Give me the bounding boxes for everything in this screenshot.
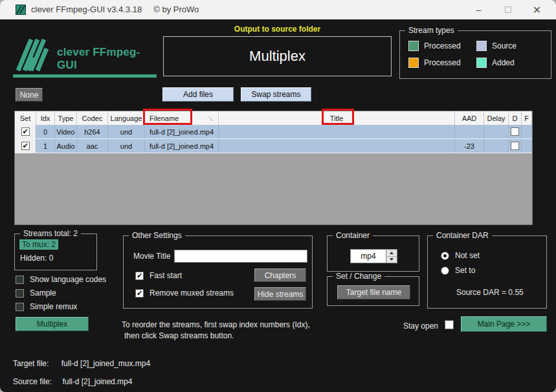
added-swatch [476, 58, 487, 68]
logo-underline [13, 74, 157, 78]
col-aad[interactable]: AAD [455, 111, 484, 125]
container-label: Container [333, 231, 373, 240]
swap-streams-button[interactable]: Swap streams [241, 87, 311, 102]
option-show-language-codes[interactable]: ✔ Show language codes [16, 275, 106, 284]
option-simple-remux[interactable]: ✔ Simple remux [16, 302, 77, 311]
stream-types-legend: Stream types Processed Source Processed … [399, 30, 551, 79]
source-file-value: full-d [2]_joined.mp4 [62, 377, 132, 386]
minimize-button[interactable]: – [464, 0, 493, 19]
col-idx[interactable]: Idx [36, 111, 55, 125]
maximize-button[interactable] [493, 0, 522, 19]
col-codec[interactable]: Codec [77, 111, 108, 125]
row-d-checkbox[interactable]: ✔ [511, 142, 519, 150]
sample-checkbox[interactable]: ✔ [16, 289, 24, 298]
processed-green-swatch [408, 41, 419, 51]
spin-down-button[interactable] [386, 257, 397, 263]
spin-up-button[interactable] [386, 250, 397, 257]
simple-remux-checkbox[interactable]: ✔ [16, 303, 24, 311]
to-mux-value: To mux: 2 [19, 239, 58, 250]
row-delay [484, 139, 509, 153]
source-dar-value: Source DAR = 0.55 [456, 288, 524, 297]
legend-item-processed-orange: Processed [408, 58, 461, 68]
stay-open-label: Stay open [403, 321, 438, 331]
table-row[interactable]: ✔ 0 Video h264 und full-d [2]_joined.mp4… [15, 125, 532, 139]
option-fast-start[interactable]: ✔ Fast start [135, 271, 182, 280]
chapters-button[interactable]: Chapters [254, 268, 306, 282]
close-button[interactable]: ✕ [522, 0, 551, 19]
hide-streams-button[interactable]: Hide streams [254, 287, 306, 301]
row-codec: h264 [77, 125, 108, 138]
remove-muxed-checkbox[interactable]: ✔ [135, 289, 144, 298]
none-button[interactable]: None [16, 88, 43, 102]
row-language: und [108, 125, 145, 138]
set-to-radio[interactable] [441, 267, 449, 275]
row-codec: aac [77, 139, 108, 153]
row-set-checkbox[interactable]: ✔ [21, 127, 30, 136]
target-file-label: Target file: [13, 359, 49, 368]
container-dar-label: Container DAR [433, 231, 492, 240]
stay-open-checkbox[interactable]: ✔ [445, 320, 454, 329]
row-d-checkbox[interactable]: ✔ [511, 127, 519, 136]
row-type: Audio [55, 139, 77, 153]
not-set-label: Not set [455, 251, 480, 260]
col-type[interactable]: Type [55, 111, 77, 125]
col-d[interactable]: D [509, 111, 522, 125]
set-to-label: Set to [455, 266, 475, 275]
container-format-spinner[interactable]: mp4 [350, 249, 397, 263]
filename-annotation-box [143, 109, 192, 125]
row-f [522, 139, 532, 153]
simple-remux-label: Simple remux [30, 302, 77, 311]
col-set[interactable]: Set [15, 111, 36, 125]
option-not-set[interactable]: Not set [441, 251, 480, 260]
option-remove-muxed[interactable]: ✔ Remove muxed streams [135, 289, 234, 298]
fast-start-checkbox[interactable]: ✔ [135, 272, 144, 280]
set-change-group: Set / Change Target file name [327, 276, 419, 306]
row-delay [484, 125, 509, 138]
app-window: clever FFmpeg-GUI v3.4.3.18© by ProWo – … [0, 0, 556, 392]
row-title [219, 139, 455, 153]
row-set-checkbox[interactable]: ✔ [21, 142, 30, 150]
col-delay[interactable]: Delay [484, 111, 509, 125]
legend-label: Added [492, 58, 515, 67]
table-header-row[interactable]: Set Idx Type Codec Language Filename Tit… [15, 111, 532, 125]
row-filename: full-d [2]_joined.mp4 [145, 139, 219, 153]
fast-start-label: Fast start [150, 271, 182, 280]
mode-title-box: Multiplex [163, 36, 392, 76]
copyright-text: © by ProWo [153, 5, 199, 14]
col-f[interactable]: F [522, 111, 532, 125]
container-dar-group: Container DAR Not set Set to Source DAR … [427, 235, 547, 309]
title-bar: clever FFmpeg-GUI v3.4.3.18© by ProWo – … [0, 0, 556, 19]
add-files-button[interactable]: Add files [162, 87, 234, 102]
row-title [219, 125, 455, 138]
sample-label: Sample [30, 289, 56, 298]
streams-total-group: Streams total: 2 To mux: 2 Hidden: 0 [14, 234, 97, 270]
instruction-line-1: To reorder the streams, first swap index… [122, 320, 310, 331]
not-set-radio[interactable] [441, 252, 449, 260]
streams-table[interactable]: Set Idx Type Codec Language Filename Tit… [14, 111, 533, 225]
app-title: clever FFmpeg-GUI v3.4.3.18 [31, 5, 142, 14]
container-format-value: mp4 [351, 250, 386, 263]
app-logo: clever FFmpeg-GUI [13, 38, 157, 78]
option-set-to[interactable]: Set to [441, 266, 475, 275]
movie-title-label: Movie Title [133, 252, 170, 261]
movie-title-input[interactable] [174, 250, 307, 263]
window-title: clever FFmpeg-GUI v3.4.3.18© by ProWo [31, 0, 199, 19]
logo-text: clever FFmpeg-GUI [57, 46, 157, 72]
legend-label: Source [492, 41, 517, 50]
col-language[interactable]: Language [108, 111, 145, 125]
other-settings-group: Other Settings Movie Title ✔ Fast start … [123, 235, 313, 309]
option-sample[interactable]: ✔ Sample [16, 289, 56, 298]
target-file-row: Target file: full-d [2]_joined_mux.mp4 [13, 359, 150, 368]
show-language-codes-label: Show language codes [30, 275, 106, 284]
table-row[interactable]: ✔ 1 Audio aac und full-d [2]_joined.mp4 … [15, 139, 532, 153]
streams-total-label: Streams total: 2 [20, 229, 81, 238]
main-page-button[interactable]: Main Page >>> [461, 316, 547, 332]
target-file-name-button[interactable]: Target file name [337, 285, 410, 299]
row-aad [455, 125, 484, 138]
output-folder-note: Output to source folder [163, 25, 392, 34]
multiplex-button[interactable]: Multiplex [16, 317, 89, 331]
show-language-codes-checkbox[interactable]: ✔ [16, 276, 24, 284]
legend-item-source: Source [476, 41, 517, 51]
hidden-value: Hidden: 0 [20, 254, 53, 263]
processed-orange-swatch [408, 58, 419, 68]
